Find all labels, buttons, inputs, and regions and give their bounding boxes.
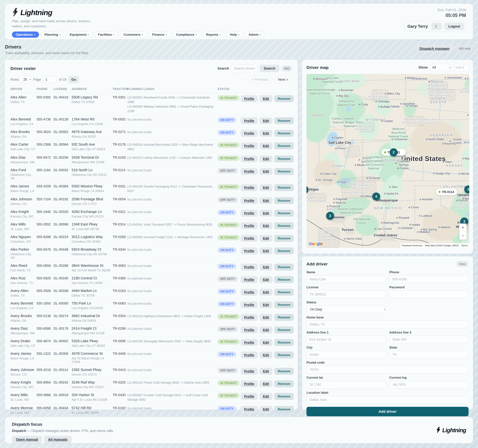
password-field[interactable]: [389, 290, 469, 298]
go-button[interactable]: Go: [69, 76, 79, 83]
edit-button[interactable]: Edit: [259, 235, 272, 242]
search-button[interactable]: Search: [260, 65, 279, 72]
remove-button[interactable]: Remove: [274, 352, 294, 359]
edit-button[interactable]: Edit: [259, 406, 272, 413]
keyboard-shortcuts-link[interactable]: Keyboard shortcuts: [402, 244, 422, 247]
profile-button[interactable]: Profile: [241, 247, 258, 254]
address1-field[interactable]: [307, 336, 386, 343]
city-field[interactable]: [307, 351, 386, 358]
edit-button[interactable]: Edit: [259, 156, 272, 162]
nav-item-compliance[interactable]: Compliance▾: [172, 31, 201, 38]
profile-button[interactable]: Profile: [241, 197, 258, 204]
remove-button[interactable]: Remove: [274, 142, 294, 149]
profile-button[interactable]: Profile: [241, 393, 258, 400]
edit-button[interactable]: Edit: [259, 222, 272, 229]
open-manual-button[interactable]: Open manual: [12, 436, 42, 443]
edit-button[interactable]: Edit: [259, 339, 272, 346]
edit-button[interactable]: Edit: [259, 301, 272, 308]
home-base-field[interactable]: [307, 321, 469, 328]
postal-code-field[interactable]: [307, 366, 469, 373]
profile-button[interactable]: Profile: [241, 264, 258, 271]
name-field[interactable]: [307, 275, 386, 283]
profile-button[interactable]: Profile: [241, 352, 258, 359]
phone-field[interactable]: [389, 275, 469, 283]
driver-cluster-marker[interactable]: 2: [326, 212, 334, 220]
profile-button[interactable]: Profile: [241, 406, 258, 413]
zoom-in-button[interactable]: +: [459, 224, 466, 231]
edit-button[interactable]: Edit: [259, 210, 272, 217]
page-number-input[interactable]: [43, 76, 57, 83]
remove-button[interactable]: Remove: [274, 314, 294, 321]
profile-button[interactable]: Profile: [241, 130, 258, 137]
rows-per-page-select[interactable]: 25: [21, 76, 31, 83]
edit-button[interactable]: Edit: [259, 289, 272, 296]
profile-button[interactable]: Profile: [241, 168, 258, 175]
remove-button[interactable]: Remove: [274, 168, 294, 175]
profile-button[interactable]: Profile: [241, 339, 258, 346]
profile-button[interactable]: Profile: [241, 210, 258, 217]
logout-button[interactable]: Logout: [444, 23, 464, 30]
state-field[interactable]: [389, 351, 469, 358]
remove-button[interactable]: Remove: [274, 95, 294, 102]
remove-button[interactable]: Remove: [274, 276, 294, 283]
profile-button[interactable]: Profile: [241, 235, 258, 242]
nav-item-customers[interactable]: Customers▾: [120, 31, 147, 38]
edit-button[interactable]: Edit: [259, 95, 272, 102]
nav-item-facilities[interactable]: Facilities▾: [94, 31, 118, 38]
driver-cluster-marker[interactable]: 2: [390, 148, 398, 156]
remove-button[interactable]: Remove: [274, 156, 294, 162]
status-select[interactable]: On Duty: [307, 305, 386, 313]
remove-button[interactable]: Remove: [274, 264, 294, 271]
remove-button[interactable]: Remove: [274, 130, 294, 137]
current-lng-field[interactable]: [389, 381, 469, 389]
nav-item-planning[interactable]: Planning▾: [41, 31, 64, 38]
nav-item-operations[interactable]: Operations▾: [12, 31, 39, 38]
current-lat-field[interactable]: [307, 381, 386, 389]
address2-field[interactable]: [389, 336, 469, 343]
profile-button[interactable]: Profile: [241, 301, 258, 308]
remove-button[interactable]: Remove: [274, 406, 294, 413]
edit-button[interactable]: Edit: [259, 380, 272, 387]
remove-button[interactable]: Remove: [274, 301, 294, 308]
edit-button[interactable]: Edit: [259, 184, 272, 191]
unit-filter-input[interactable]: [453, 64, 469, 71]
edit-button[interactable]: Edit: [259, 368, 272, 375]
profile-button[interactable]: Profile: [241, 380, 258, 387]
profile-button[interactable]: Profile: [241, 276, 258, 283]
remove-button[interactable]: Remove: [274, 197, 294, 204]
all-manuals-button[interactable]: All manuals: [44, 436, 71, 443]
remove-button[interactable]: Remove: [274, 393, 294, 400]
driver-cluster-marker[interactable]: 4: [372, 193, 380, 200]
edit-button[interactable]: Edit: [259, 393, 272, 400]
zoom-out-button[interactable]: −: [459, 232, 466, 240]
profile-button[interactable]: Profile: [241, 314, 258, 321]
remove-button[interactable]: Remove: [274, 368, 294, 375]
remove-button[interactable]: Remove: [274, 339, 294, 346]
search-input[interactable]: [231, 65, 258, 72]
dispatch-manager-button[interactable]: Dispatch manager: [415, 45, 454, 53]
edit-button[interactable]: Edit: [259, 117, 272, 124]
map-canvas[interactable]: United StatesMONTANAIDAHOWYOMINGSOUTH DA…: [307, 74, 469, 248]
theme-toggle-button[interactable]: ☾: [431, 23, 442, 30]
profile-button[interactable]: Profile: [241, 184, 258, 191]
previous-page-button-top[interactable]: « Previous: [248, 76, 272, 83]
edit-button[interactable]: Edit: [259, 352, 272, 359]
edit-button[interactable]: Edit: [259, 264, 272, 271]
edit-button[interactable]: Edit: [259, 197, 272, 204]
remove-button[interactable]: Remove: [274, 222, 294, 229]
profile-button[interactable]: Profile: [241, 156, 258, 162]
profile-button[interactable]: Profile: [241, 142, 258, 149]
edit-button[interactable]: Edit: [259, 168, 272, 175]
unit-marker-pill[interactable]: TR-0114: [436, 188, 457, 195]
add-driver-submit-button[interactable]: Add driver: [307, 407, 469, 416]
location-label-field[interactable]: [307, 396, 469, 404]
profile-button[interactable]: Profile: [241, 222, 258, 229]
profile-button[interactable]: Profile: [241, 289, 258, 296]
license-field[interactable]: [307, 290, 386, 298]
remove-button[interactable]: Remove: [274, 235, 294, 242]
nav-item-admin[interactable]: Admin▾: [245, 31, 265, 38]
profile-button[interactable]: Profile: [241, 326, 258, 333]
next-page-button-top[interactable]: Next »: [274, 76, 292, 83]
remove-button[interactable]: Remove: [274, 184, 294, 191]
edit-button[interactable]: Edit: [259, 130, 272, 137]
